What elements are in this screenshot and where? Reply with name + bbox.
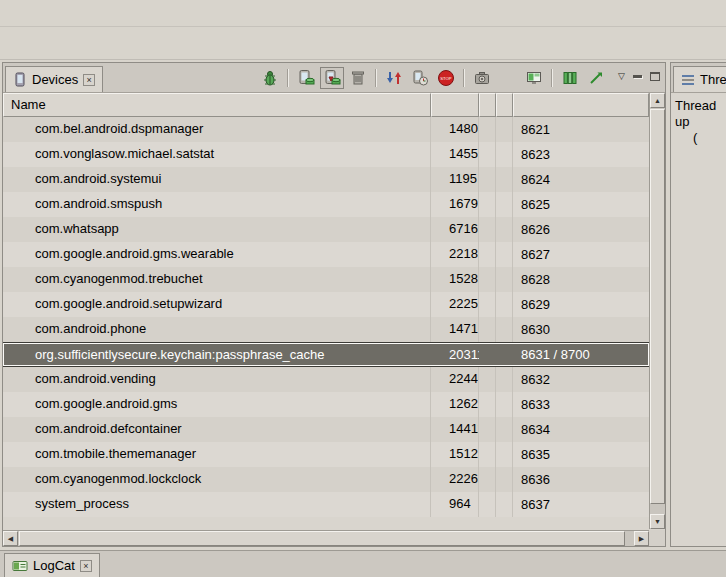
main-toolbar (0, 27, 726, 60)
menu-bar (0, 0, 726, 27)
process-row[interactable]: com.cyanogenmod.lockclock 22265 8636 (3, 467, 649, 492)
process-row[interactable]: com.vonglasow.michael.satstat 14553 8623 (3, 142, 649, 167)
process-port: 8623 (513, 147, 649, 162)
menu-item[interactable] (66, 10, 84, 16)
process-name: com.android.smspush (3, 192, 431, 217)
process-col3 (479, 117, 496, 142)
tab-threads[interactable]: Threa (673, 66, 726, 92)
process-port: 8626 (513, 222, 649, 237)
process-name: com.google.android.setupwizard (3, 292, 431, 317)
threads-icon (681, 73, 695, 87)
logcat-bar: LogCat × (0, 550, 726, 577)
process-pid: 964 (431, 492, 479, 517)
process-name: com.tmobile.thememanager (3, 442, 431, 467)
process-col4 (496, 442, 513, 467)
process-row[interactable]: com.android.phone 1471 8630 (3, 317, 649, 342)
scroll-up-icon[interactable]: ▲ (650, 93, 665, 108)
header-col3[interactable] (479, 93, 496, 117)
header-port[interactable] (513, 93, 649, 117)
process-row[interactable]: com.android.smspush 1679 8625 (3, 192, 649, 217)
logcat-icon (12, 559, 28, 573)
process-port: 8631 / 8700 (513, 347, 649, 362)
process-pid: 1528 (431, 267, 479, 292)
cause-gc-icon[interactable] (346, 67, 370, 89)
process-col4 (496, 417, 513, 442)
process-pid: 1512 (431, 442, 479, 467)
process-col3 (479, 442, 496, 467)
tab-devices[interactable]: Devices × (5, 66, 103, 92)
menu-item[interactable] (26, 10, 44, 16)
process-name: com.whatsapp (3, 217, 431, 242)
show-heap-updates-icon[interactable] (294, 67, 318, 89)
close-icon[interactable]: × (83, 74, 95, 86)
process-col4 (496, 192, 513, 217)
maximize-icon[interactable] (650, 72, 660, 81)
menu-item[interactable] (6, 10, 24, 16)
close-icon[interactable]: × (80, 560, 92, 572)
process-row[interactable]: com.google.android.gms 12623 8633 (3, 392, 649, 417)
scroll-right-icon[interactable]: ▶ (634, 531, 649, 546)
process-row[interactable]: com.android.defcontainer 14411 8634 (3, 417, 649, 442)
start-method-profiling-icon[interactable] (408, 67, 432, 89)
process-col3 (479, 267, 496, 292)
process-row[interactable]: com.whatsapp 6716 8626 (3, 217, 649, 242)
svg-text:STOP: STOP (440, 76, 452, 81)
process-name: com.cyanogenmod.lockclock (3, 467, 431, 492)
devices-toolbar: STOP (258, 67, 665, 92)
screen-capture-icon[interactable] (470, 67, 494, 89)
vertical-scrollbar-thumb[interactable] (650, 109, 665, 504)
process-row[interactable]: com.cyanogenmod.trebuchet 1528 8628 (3, 267, 649, 292)
process-col4 (496, 217, 513, 242)
process-row[interactable]: com.tmobile.thememanager 1512 8635 (3, 442, 649, 467)
process-row[interactable]: com.google.android.gms.wearable 22185 86… (3, 242, 649, 267)
stop-process-icon[interactable]: STOP (434, 67, 458, 89)
process-row[interactable]: com.google.android.setupwizard 22250 862… (3, 292, 649, 317)
process-name: com.google.android.gms.wearable (3, 242, 431, 267)
system-information-icon[interactable] (522, 67, 546, 89)
table-header: Name (3, 93, 649, 117)
view-menu-icon[interactable]: ▽ (618, 72, 625, 81)
process-pid: 20311 (431, 347, 479, 362)
process-row[interactable]: system_process 964 8637 (3, 492, 649, 517)
process-row[interactable]: org.sufficientlysecure.keychain:passphra… (3, 342, 649, 367)
profile-arrow-icon[interactable] (584, 67, 608, 89)
header-name[interactable]: Name (3, 93, 431, 117)
process-pid: 1471 (431, 317, 479, 342)
process-col3 (479, 142, 496, 167)
process-col3 (479, 242, 496, 267)
scroll-down-icon[interactable]: ▼ (650, 514, 665, 529)
debug-process-icon[interactable] (258, 67, 282, 89)
process-col3 (479, 492, 496, 517)
threads-tab-bar: Threa (671, 63, 726, 93)
toolbar-separator (551, 69, 553, 87)
process-row[interactable]: com.android.systemui 1195 8624 (3, 167, 649, 192)
dump-hprof-icon[interactable] (320, 67, 344, 89)
columns-icon[interactable] (558, 67, 582, 89)
vertical-scrollbar[interactable]: ▲ ▼ (649, 93, 665, 529)
process-pid: 14411 (431, 417, 479, 442)
devices-tab-bar: Devices × (3, 63, 665, 93)
process-pid: 22440 (431, 367, 479, 392)
process-col4 (496, 317, 513, 342)
tab-logcat[interactable]: LogCat × (4, 553, 100, 577)
horizontal-scrollbar[interactable]: ◀ ▶ (3, 530, 649, 546)
menu-item[interactable] (46, 10, 64, 16)
process-port: 8632 (513, 372, 649, 387)
process-col4 (496, 292, 513, 317)
process-port: 8629 (513, 297, 649, 312)
process-port: 8628 (513, 272, 649, 287)
horizontal-scrollbar-thumb[interactable] (19, 531, 625, 546)
process-port: 8630 (513, 322, 649, 337)
process-name: com.android.defcontainer (3, 417, 431, 442)
header-col4[interactable] (496, 93, 513, 117)
process-name: com.bel.android.dspmanager (3, 117, 431, 142)
process-col3 (479, 217, 496, 242)
process-name: com.android.vending (3, 367, 431, 392)
header-pid[interactable] (431, 93, 479, 117)
update-threads-icon[interactable] (382, 67, 406, 89)
minimize-icon[interactable] (633, 75, 642, 78)
process-row[interactable]: com.android.vending 22440 8632 (3, 367, 649, 392)
scroll-left-icon[interactable]: ◀ (3, 531, 18, 546)
process-row[interactable]: com.bel.android.dspmanager 1480 8621 (3, 117, 649, 142)
menu-item[interactable] (86, 10, 104, 16)
